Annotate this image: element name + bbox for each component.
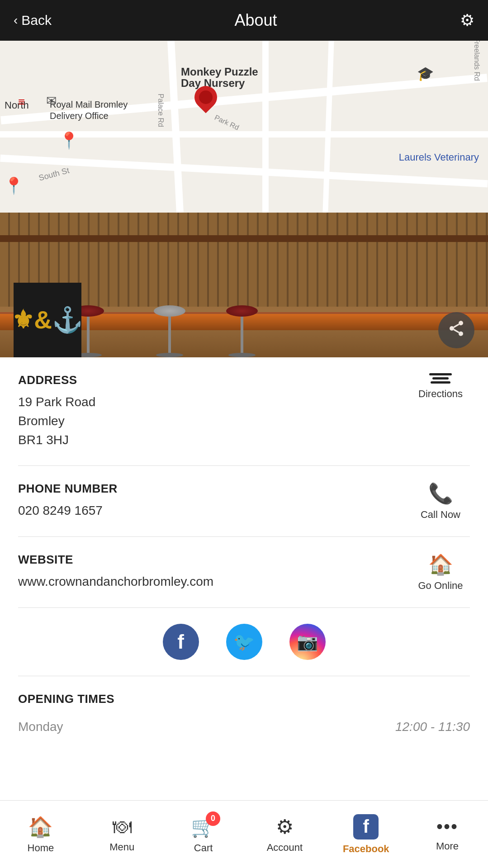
nav-item-account[interactable]: ⚙ Account bbox=[244, 815, 325, 854]
call-label: Call Now bbox=[421, 509, 460, 521]
home-nav-label: Home bbox=[28, 842, 54, 854]
address-label: ADDRESS bbox=[18, 373, 411, 387]
venue-logo: ⚜&⚓ bbox=[14, 283, 81, 357]
phone-icon: 📞 bbox=[428, 482, 453, 505]
map-road bbox=[262, 41, 269, 213]
website-section: WEBSITE www.crownandanchorbromley.com 🏠 … bbox=[18, 537, 470, 608]
map-label-south: South St bbox=[38, 166, 70, 183]
map-label-freelands: Freelands Rd bbox=[473, 41, 481, 81]
map-mail-icon: ✉ bbox=[46, 93, 57, 108]
twitter-button[interactable]: 🐦 bbox=[226, 624, 262, 660]
home-icon: 🏠 bbox=[428, 553, 453, 576]
instagram-button[interactable]: 📷 bbox=[289, 624, 326, 660]
nav-item-cart[interactable]: 🛒 0 Cart bbox=[163, 815, 244, 854]
opening-times-section: OPENING TIMES Monday 12:00 - 11:30 bbox=[18, 676, 470, 754]
go-online-label: Go Online bbox=[418, 580, 463, 592]
stool-base bbox=[156, 353, 183, 357]
directions-label: Directions bbox=[418, 388, 463, 400]
website-url: www.crownandanchorbromley.com bbox=[18, 572, 411, 591]
main-content: ADDRESS 19 Park Road Bromley BR1 3HJ Dir… bbox=[0, 357, 488, 827]
map-road bbox=[322, 41, 334, 213]
cart-nav-label: Cart bbox=[194, 842, 213, 854]
facebook-button[interactable]: f bbox=[163, 624, 199, 660]
settings-icon[interactable]: ⚙ bbox=[460, 11, 474, 30]
stool-base bbox=[228, 353, 256, 357]
opening-day-monday: Monday bbox=[18, 720, 63, 734]
instagram-icon: 📷 bbox=[297, 632, 318, 652]
map-pin-blue-2: 📍 bbox=[4, 176, 24, 195]
back-arrow-icon: ‹ bbox=[14, 13, 18, 28]
back-button[interactable]: ‹ Back bbox=[14, 13, 52, 28]
more-nav-icon: ••• bbox=[436, 816, 458, 837]
dir-line bbox=[432, 377, 449, 379]
nav-item-more[interactable]: ••• More bbox=[407, 816, 488, 852]
cart-container: 🛒 0 bbox=[191, 815, 216, 839]
facebook-nav-icon: f bbox=[353, 814, 379, 840]
address-info: ADDRESS 19 Park Road Bromley BR1 3HJ bbox=[18, 373, 411, 450]
home-nav-icon: 🏠 bbox=[28, 815, 53, 839]
nav-item-menu[interactable]: 🍽 Menu bbox=[81, 816, 163, 853]
map-pin-blue-1: 📍 bbox=[59, 131, 79, 150]
svg-line-4 bbox=[454, 324, 459, 327]
svg-point-0 bbox=[459, 321, 463, 325]
back-label: Back bbox=[21, 13, 52, 28]
stool-leg bbox=[168, 317, 171, 353]
phone-section: PHONE NUMBER 020 8249 1657 📞 Call Now bbox=[18, 466, 470, 537]
map-rail-icon: ≡ bbox=[18, 95, 25, 109]
nav-item-home[interactable]: 🏠 Home bbox=[0, 815, 81, 854]
top-navigation: ‹ Back About ⚙ bbox=[0, 0, 488, 41]
opening-times-label: OPENING TIMES bbox=[18, 692, 470, 706]
map-label-north: North bbox=[5, 100, 29, 111]
stool-seat bbox=[226, 305, 258, 317]
bar-stool-2 bbox=[154, 305, 185, 357]
dir-line bbox=[431, 381, 450, 384]
map-label-royal-mail: Royal Mail Bromley bbox=[50, 100, 128, 110]
bottom-navigation: 🏠 Home 🍽 Menu 🛒 0 Cart ⚙ Account f Faceb… bbox=[0, 800, 488, 868]
address-section: ADDRESS 19 Park Road Bromley BR1 3HJ Dir… bbox=[18, 357, 470, 466]
address-line3: BR1 3HJ bbox=[18, 433, 69, 447]
venue-logo-text: ⚜&⚓ bbox=[12, 305, 83, 335]
opening-hours-monday: 12:00 - 11:30 bbox=[395, 720, 470, 734]
stool-leg bbox=[241, 317, 243, 353]
bar-shelf bbox=[0, 235, 488, 242]
stool-seat bbox=[154, 305, 185, 317]
map-label-delivery: Delivery Office bbox=[50, 111, 109, 121]
website-info: WEBSITE www.crownandanchorbromley.com bbox=[18, 553, 411, 591]
social-section: f 🐦 📷 bbox=[18, 608, 470, 676]
account-nav-icon: ⚙ bbox=[276, 815, 294, 838]
svg-point-2 bbox=[459, 331, 463, 336]
share-button[interactable] bbox=[438, 312, 474, 348]
map-pin-inner bbox=[196, 88, 215, 107]
svg-line-3 bbox=[454, 329, 459, 332]
phone-label: PHONE NUMBER bbox=[18, 482, 411, 496]
map-location-pin[interactable] bbox=[194, 86, 217, 113]
website-label: WEBSITE bbox=[18, 553, 411, 567]
address-value: 19 Park Road Bromley BR1 3HJ bbox=[18, 393, 411, 450]
opening-times-row: Monday 12:00 - 11:30 bbox=[18, 715, 470, 739]
map-background: Monkey Puzzle Day Nursery North ≡ Royal … bbox=[0, 41, 488, 213]
account-nav-label: Account bbox=[267, 842, 303, 854]
call-button[interactable]: 📞 Call Now bbox=[411, 482, 470, 521]
address-line1: 19 Park Road bbox=[18, 395, 95, 409]
map-label-park: Park Rd bbox=[213, 114, 240, 132]
map-section[interactable]: Monkey Puzzle Day Nursery North ≡ Royal … bbox=[0, 41, 488, 213]
nav-item-facebook[interactable]: f Facebook bbox=[325, 814, 407, 855]
page-title: About bbox=[234, 11, 277, 30]
map-label-monkey: Monkey Puzzle bbox=[181, 66, 258, 78]
phone-number: 020 8249 1657 bbox=[18, 501, 411, 520]
map-label-laurels: Laurels Veterinary bbox=[399, 152, 479, 163]
go-online-button[interactable]: 🏠 Go Online bbox=[411, 553, 470, 592]
menu-nav-icon: 🍽 bbox=[113, 816, 132, 838]
bar-stool-3 bbox=[226, 305, 258, 357]
share-icon bbox=[447, 319, 465, 342]
dir-line bbox=[429, 373, 452, 375]
cart-badge: 0 bbox=[206, 811, 220, 826]
address-line2: Bromley bbox=[18, 414, 65, 428]
venue-photo: ⚜&⚓ bbox=[0, 213, 488, 357]
svg-point-1 bbox=[450, 326, 454, 331]
facebook-icon: f bbox=[177, 631, 184, 653]
directions-button[interactable]: Directions bbox=[411, 373, 470, 400]
directions-icon bbox=[429, 373, 452, 384]
phone-info: PHONE NUMBER 020 8249 1657 bbox=[18, 482, 411, 520]
map-label-palace: Palace Rd bbox=[156, 94, 165, 127]
